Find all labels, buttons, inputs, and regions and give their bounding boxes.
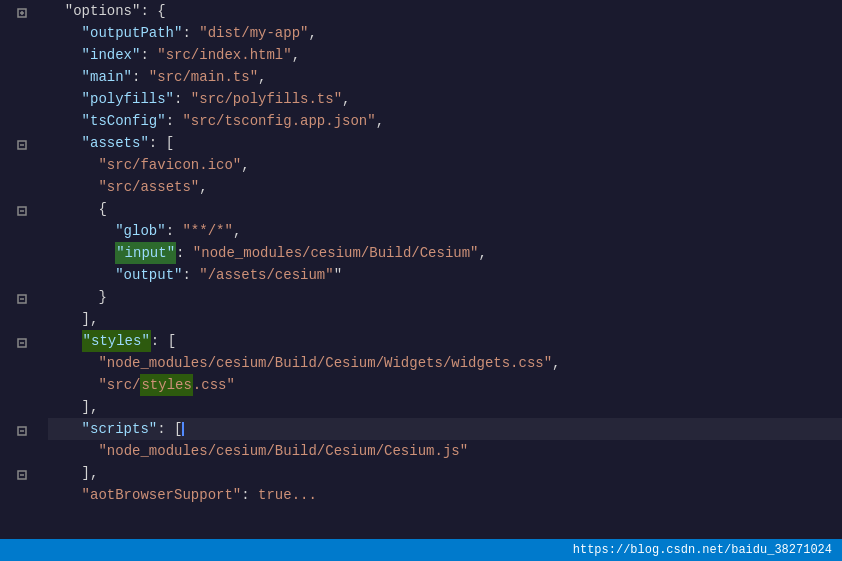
line-5-key: "polyfills" [82, 88, 174, 110]
line-17-val: "node_modules/cesium/Build/Cesium/Widget… [98, 352, 552, 374]
line-14-brace: } [98, 286, 106, 308]
code-line-12: "input" : "node_modules/cesium/Build/Ces… [48, 242, 842, 264]
gutter-6 [14, 112, 30, 134]
line-5-colon: : [174, 88, 191, 110]
line-11-val: "**/*" [182, 220, 232, 242]
gutter-4 [14, 68, 30, 90]
line-12-key-highlight: "input" [115, 242, 176, 264]
code-line-10: { [48, 198, 842, 220]
code-line-2: "outputPath" : "dist/my-app" , [48, 22, 842, 44]
line-14-indent [48, 286, 98, 308]
line-5-val: "src/polyfills.ts" [191, 88, 342, 110]
line-22-text: ], [82, 462, 99, 484]
code-line-18: "src/ styles .css" [48, 374, 842, 396]
code-line-13: "output" : "/assets/cesium" " [48, 264, 842, 286]
line-6-comma: , [376, 110, 384, 132]
line-19-indent [48, 396, 82, 418]
line-1-indent [48, 0, 65, 22]
line-15-indent [48, 308, 82, 330]
line-10-indent [48, 198, 98, 220]
line-10-brace: { [98, 198, 106, 220]
line-16-rest: : [ [151, 330, 176, 352]
gutter-8 [14, 156, 30, 178]
line-4-colon: : [132, 66, 149, 88]
line-18-pre: "src/ [98, 374, 140, 396]
line-8-comma: , [241, 154, 249, 176]
line-9-indent [48, 176, 98, 198]
line-11-colon: : [166, 220, 183, 242]
gutter-collapse-14[interactable] [14, 288, 30, 310]
gutter-collapse-7[interactable] [14, 134, 30, 156]
gutter-11 [14, 222, 30, 244]
gutter-9 [14, 178, 30, 200]
status-bar: https://blog.csdn.net/baidu_38271024 [0, 539, 842, 561]
line-5-comma: , [342, 88, 350, 110]
line-8-indent [48, 154, 98, 176]
line-1-text: "options": { [65, 0, 166, 22]
line-13-colon: : [182, 264, 199, 286]
line-7-indent [48, 132, 82, 154]
line-4-key: "main" [82, 66, 132, 88]
line-23-val: "aotBrowserSupport" [82, 484, 242, 506]
line-20-key: "scripts" [82, 418, 158, 440]
gutter-2 [14, 24, 30, 46]
gutter-collapse-16[interactable] [14, 332, 30, 354]
gutter-17 [14, 354, 30, 376]
line-11-key: "glob" [115, 220, 165, 242]
gutter-collapse-22[interactable] [14, 464, 30, 486]
line-12-comma: , [479, 242, 487, 264]
line-2-colon: : [182, 22, 199, 44]
line-9-val: "src/assets" [98, 176, 199, 198]
line-12-indent [48, 242, 115, 264]
code-line-22: ], [48, 462, 842, 484]
gutter-collapse-1[interactable] [14, 2, 30, 24]
gutter-collapse-20[interactable] [14, 420, 30, 442]
line-17-indent [48, 352, 98, 374]
code-line-3: "index" : "src/index.html" , [48, 44, 842, 66]
line-12-colon: : [176, 242, 193, 264]
line-13-quote: " [334, 264, 342, 286]
gutter-23 [14, 486, 30, 508]
line-6-key: "tsConfig" [82, 110, 166, 132]
line-7-key: "assets" [82, 132, 149, 154]
line-12-val: "node_modules/cesium/Build/Cesium" [193, 242, 479, 264]
line-6-colon: : [166, 110, 183, 132]
line-23-indent [48, 484, 82, 506]
line-4-val: "src/main.ts" [149, 66, 258, 88]
line-22-indent [48, 462, 82, 484]
line-2-comma: , [308, 22, 316, 44]
line-23-colon: : [241, 484, 258, 506]
line-17-comma: , [552, 352, 560, 374]
gutter-18 [14, 376, 30, 398]
line-3-key: "index" [82, 44, 141, 66]
line-21-val: "node_modules/cesium/Build/Cesium/Cesium… [98, 440, 468, 462]
code-line-8: "src/favicon.ico" , [48, 154, 842, 176]
code-lines: "options": { "outputPath" : "dist/my-app… [44, 0, 842, 539]
line-18-indent [48, 374, 98, 396]
cursor [182, 422, 184, 436]
gutter-5 [14, 90, 30, 112]
line-3-indent [48, 44, 82, 66]
gutter-collapse-10[interactable] [14, 200, 30, 222]
line-13-key: "output" [115, 264, 182, 286]
line-13-indent [48, 264, 115, 286]
line-2-val: "dist/my-app" [199, 22, 308, 44]
line-23-rest: true... [258, 484, 317, 506]
code-line-11: "glob" : "**/*" , [48, 220, 842, 242]
line-11-indent [48, 220, 115, 242]
status-url: https://blog.csdn.net/baidu_38271024 [573, 543, 832, 557]
code-line-14: } [48, 286, 842, 308]
gutter-13 [14, 266, 30, 288]
line-11-comma: , [233, 220, 241, 242]
gutter [0, 0, 44, 539]
line-9-comma: , [199, 176, 207, 198]
line-15-text: ], [82, 308, 99, 330]
line-3-comma: , [292, 44, 300, 66]
code-line-9: "src/assets" , [48, 176, 842, 198]
code-line-15: ], [48, 308, 842, 330]
line-6-indent [48, 110, 82, 132]
line-2-indent [48, 22, 82, 44]
gutter-19 [14, 398, 30, 420]
code-line-7: "assets" : [ [48, 132, 842, 154]
gutter-21 [14, 442, 30, 464]
